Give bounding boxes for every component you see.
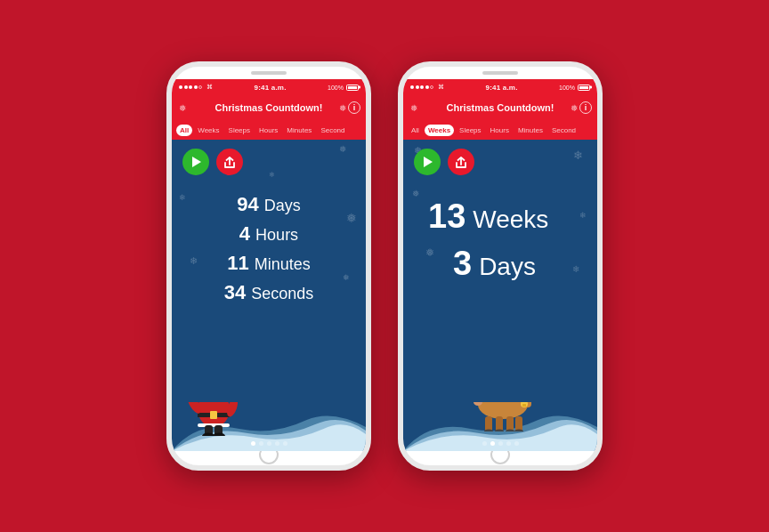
r-signal-dot-4 [425,85,429,89]
status-time-right: 9:41 a.m. [486,84,518,92]
status-right-left: 100% [328,85,359,91]
santa-svg [181,402,247,436]
tab-hours-left[interactable]: Hours [255,125,281,136]
countdown-row-1: 94 Days [172,189,366,219]
info-btn-left[interactable]: i [348,101,360,114]
info-btn-right[interactable]: i [579,101,592,114]
countdown-big-lbl-2: Days [479,249,536,284]
dot-2-left [259,441,263,446]
phone-left: ⌘ 9:41 a.m. 100% ❅ Christmas Countdown! … [166,61,371,471]
play-icon-right [424,157,433,167]
app-header-left: ❅ Christmas Countdown! ❅ i [172,95,366,120]
tab-bar-left: All Weeks Sleeps Hours Minutes Second [172,120,366,140]
r-dot-4 [506,441,511,446]
signal-dots-left [179,85,202,89]
play-btn-right[interactable] [414,149,441,175]
status-time-left: 9:41 a.m. [255,84,287,92]
r-dot-2 [490,441,495,446]
play-icon-left [192,157,201,167]
phone-top-bar-right [403,67,597,79]
signal-dot-2 [184,85,188,89]
r-signal-dot-2 [416,85,419,89]
countdown-num-1: 94 [237,189,258,219]
info-icon-left: i [353,103,356,112]
status-left-right: ⌘ [410,84,444,91]
share-btn-right[interactable] [448,149,474,175]
countdown-big-row-1: 13 Weeks [428,193,597,240]
tab-all-right[interactable]: All [408,125,423,136]
countdown-big-num-2: 3 [453,240,472,287]
countdown-lbl-4: Seconds [251,282,313,306]
speaker-right [482,71,518,75]
battery-pct-left: 100% [328,85,344,91]
snowflake-right-right: ❅ [571,103,578,113]
dot-1-left [251,441,255,446]
countdown-lbl-2: Hours [255,223,298,247]
tab-second-left[interactable]: Second [317,125,348,136]
svg-rect-40 [496,416,503,431]
countdown-row-2: 4 Hours [172,219,366,248]
phone-bottom-left [172,451,366,465]
countdown-num-3: 11 [227,248,248,278]
page-dots-right [403,438,597,449]
status-bar-left: ⌘ 9:41 a.m. 100% [172,79,366,95]
snowflake-right-left: ❅ [339,103,346,113]
tab-weeks-right[interactable]: Weeks [425,125,454,136]
signal-dot-5 [198,85,202,89]
signal-dot-3 [189,85,192,89]
app-title-left: Christmas Countdown! [215,102,323,113]
play-btn-left[interactable] [182,149,209,175]
signal-dot-1 [179,85,182,89]
countdown-lbl-1: Days [264,194,301,218]
tab-sleeps-left[interactable]: Sleeps [225,125,254,136]
share-icon-left [223,156,236,169]
r-signal-dot-5 [430,85,433,89]
tab-bar-right: All Weeks Sleeps Hours Minutes Second [403,120,597,140]
signal-dot-4 [194,85,198,89]
dot-5-left [283,441,287,446]
phones-container: ⌘ 9:41 a.m. 100% ❅ Christmas Countdown! … [166,61,603,471]
countdown-big-row-2: 3 Days [453,240,597,287]
countdown-lbl-3: Minutes [255,253,311,277]
svg-rect-42 [515,416,522,431]
countdown-big-num-1: 13 [428,193,465,240]
dot-4-left [275,441,279,446]
app-content-right: ❅ ❄ ❅ ❄ ❅ ❄ 13 Weeks [403,140,597,451]
controls-row-left [172,140,366,181]
status-right-right: 100% [559,85,590,91]
countdown-num-4: 34 [224,278,246,307]
battery-icon-left [346,85,359,91]
app-title-right: Christmas Countdown! [447,102,554,113]
snowflake-left-right: ❅ [410,103,417,113]
wifi-icon-left: ⌘ [206,84,213,91]
app-content-left: ❄ ❅ ❄ ❅ ❄ ❅ ❄ 94 [172,140,366,451]
tab-all-left[interactable]: All [176,125,192,136]
phone-bottom-right [403,451,597,465]
app-header-right: ❅ Christmas Countdown! ❅ i [403,95,597,120]
santa-illustration [181,402,247,431]
status-bar-right: ⌘ 9:41 a.m. 100% [403,79,597,95]
svg-rect-41 [506,416,514,431]
wifi-icon-right: ⌘ [438,84,444,91]
battery-fill-right [579,86,588,89]
tab-minutes-right[interactable]: Minutes [514,125,546,136]
r-signal-dot-3 [420,85,424,89]
svg-rect-2 [210,411,217,419]
phone-right: ⌘ 9:41 a.m. 100% ❅ Christmas Countdown! … [398,61,603,471]
tab-minutes-left[interactable]: Minutes [283,125,315,136]
battery-fill-left [348,86,357,89]
countdown-num-2: 4 [239,219,250,248]
controls-row-right [403,140,597,181]
page-dots-left [172,438,366,449]
tab-second-right[interactable]: Second [548,125,579,136]
tab-hours-right[interactable]: Hours [487,125,513,136]
share-icon-right [455,156,467,169]
speaker-left [251,71,287,75]
share-btn-left[interactable] [216,149,243,175]
svg-rect-39 [485,416,492,431]
countdown-row-3: 11 Minutes [172,248,366,278]
tab-weeks-left[interactable]: Weeks [194,125,223,136]
tab-sleeps-right[interactable]: Sleeps [456,125,484,136]
r-dot-3 [498,441,503,446]
dot-3-left [267,441,271,446]
